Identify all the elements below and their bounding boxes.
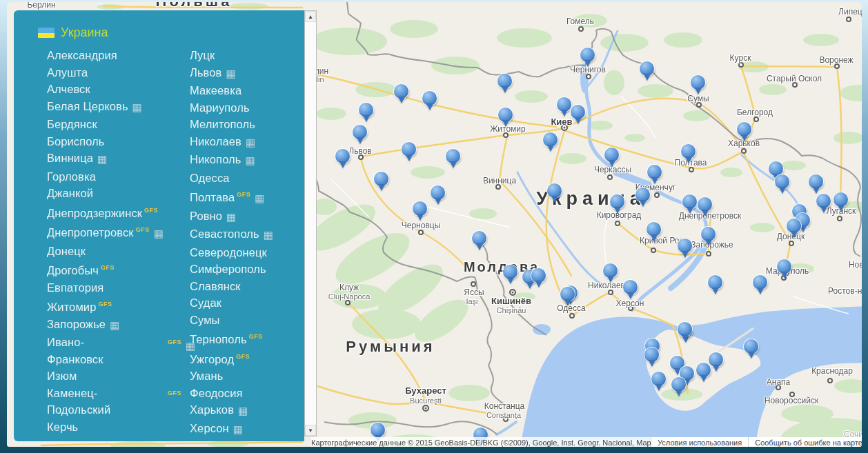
city-item[interactable]: Борисполь <box>47 133 190 150</box>
country-header[interactable]: Украина <box>38 26 304 40</box>
map-pin[interactable] <box>374 172 388 186</box>
map-pin[interactable] <box>753 275 767 290</box>
map-pin[interactable] <box>671 377 686 392</box>
city-item[interactable]: Севастополь▦ <box>190 225 300 244</box>
calendar-icon[interactable]: ▦ <box>238 405 248 416</box>
city-link[interactable]: Мариуполь <box>190 101 250 114</box>
map-pin[interactable] <box>472 231 486 245</box>
map-pin[interactable] <box>777 259 791 274</box>
map-pin[interactable] <box>691 75 705 90</box>
map-pin[interactable] <box>678 239 692 253</box>
city-link[interactable]: Александрия <box>47 49 117 61</box>
city-link[interactable]: Изюм <box>47 370 77 382</box>
scroll-up-button[interactable]: ▲ <box>305 11 316 22</box>
city-link[interactable]: Донецк <box>47 245 86 257</box>
city-link[interactable]: Одесса <box>190 172 230 184</box>
calendar-icon[interactable]: ▦ <box>226 211 236 223</box>
city-item[interactable]: Луцк <box>190 47 300 64</box>
city-item[interactable]: ДнепродзержинскGFS <box>47 202 190 222</box>
city-link[interactable]: Херсон <box>190 422 229 434</box>
city-item[interactable]: Славянск <box>190 278 300 295</box>
city-item[interactable]: Судак <box>190 294 300 312</box>
map-pin[interactable] <box>701 227 716 241</box>
city-item[interactable]: Горловка <box>47 168 190 185</box>
map-pin[interactable] <box>678 322 692 336</box>
city-item[interactable]: Симферополь <box>190 261 300 278</box>
city-item[interactable]: Николаев▦ <box>190 133 300 152</box>
city-link[interactable]: Житомир <box>47 301 96 313</box>
city-item[interactable]: Изюм <box>47 368 190 385</box>
map-pin[interactable] <box>647 222 661 236</box>
city-item[interactable]: Никополь▦ <box>190 151 300 170</box>
map-pin[interactable] <box>603 263 618 278</box>
city-item[interactable]: Львов▦ <box>190 64 300 83</box>
map-pin[interactable] <box>787 219 801 233</box>
map-pin[interactable] <box>422 91 437 105</box>
map-pin[interactable] <box>353 125 367 139</box>
city-link[interactable]: Борисполь <box>47 135 105 148</box>
calendar-icon[interactable]: ▦ <box>264 229 273 241</box>
city-link[interactable]: Винница <box>47 152 93 164</box>
city-item[interactable]: Джанкой <box>47 185 190 202</box>
map-pin[interactable] <box>651 372 666 386</box>
map-pin[interactable] <box>402 142 416 157</box>
city-item[interactable]: Запорожье▦ <box>47 316 190 334</box>
map-pin[interactable] <box>394 84 408 99</box>
city-link[interactable]: Днепродзержинск <box>47 207 142 219</box>
city-item[interactable]: ДрогобычGFS <box>47 259 190 279</box>
city-item[interactable]: Херсон▦ <box>190 420 300 439</box>
calendar-icon[interactable]: ▦ <box>226 68 235 79</box>
calendar-icon[interactable]: ▦ <box>132 101 142 113</box>
city-link[interactable]: Умань <box>190 370 223 382</box>
city-item[interactable]: УжгородGFS <box>190 348 300 368</box>
map-pin[interactable] <box>647 165 662 179</box>
city-item[interactable]: Винница▦ <box>47 150 190 168</box>
map-pin[interactable] <box>681 144 696 159</box>
map-pin[interactable] <box>413 201 427 216</box>
city-link[interactable]: Славянск <box>190 280 241 292</box>
map-pin[interactable] <box>775 174 789 189</box>
city-link[interactable]: Симферополь <box>190 263 266 275</box>
city-link[interactable]: Сумы <box>190 314 220 326</box>
map-pin[interactable] <box>744 339 758 354</box>
city-link[interactable]: Севастополь <box>190 228 259 240</box>
calendar-icon[interactable]: ▦ <box>255 192 264 204</box>
map-pin[interactable] <box>816 194 831 208</box>
city-link[interactable]: Ужгород <box>190 353 234 365</box>
map-pin[interactable] <box>498 108 513 122</box>
city-link[interactable]: Запорожье <box>47 318 106 330</box>
map-pin[interactable] <box>531 268 546 283</box>
map-pin[interactable] <box>682 194 697 209</box>
city-item[interactable]: Северодонецк <box>190 244 300 261</box>
city-item[interactable]: Алушта <box>47 64 190 81</box>
city-link[interactable]: Белая Церковь <box>47 100 128 112</box>
attribution-link[interactable]: Условия использования <box>651 437 748 447</box>
map-pin[interactable] <box>708 275 722 290</box>
city-item[interactable]: Одесса <box>190 170 300 187</box>
city-link[interactable]: Луцк <box>190 49 215 61</box>
city-link[interactable]: Киев <box>47 440 72 441</box>
city-item[interactable]: Мелитополь <box>190 116 300 133</box>
city-item[interactable]: Белая Церковь▦ <box>47 98 190 117</box>
map-pin[interactable] <box>547 183 562 198</box>
city-link[interactable]: Евпатория <box>47 281 103 294</box>
calendar-icon[interactable]: ▦ <box>110 319 119 331</box>
map-pin[interactable] <box>644 348 659 362</box>
city-item[interactable]: Сумы <box>190 312 300 329</box>
city-item[interactable]: Мариуполь <box>190 99 300 117</box>
scroll-down-button[interactable]: ▼ <box>305 425 316 436</box>
map-pin[interactable] <box>371 423 385 437</box>
city-link[interactable]: Тернополь <box>190 333 247 345</box>
calendar-icon[interactable]: ▦ <box>97 153 107 165</box>
city-link[interactable]: Николаев <box>190 135 241 148</box>
city-link[interactable]: Бердянск <box>47 118 97 130</box>
map-pin[interactable] <box>557 97 571 112</box>
city-link[interactable]: Полтава <box>190 191 235 203</box>
map-pin[interactable] <box>696 363 711 377</box>
city-link[interactable]: Каменец- Подольский <box>47 387 110 416</box>
calendar-icon[interactable]: ▦ <box>233 423 243 435</box>
city-item[interactable]: ПолтаваGFS▦ <box>190 186 300 208</box>
map-pin[interactable] <box>769 161 783 176</box>
city-link[interactable]: Днепропетровск <box>47 226 134 239</box>
map-pin[interactable] <box>431 185 445 200</box>
